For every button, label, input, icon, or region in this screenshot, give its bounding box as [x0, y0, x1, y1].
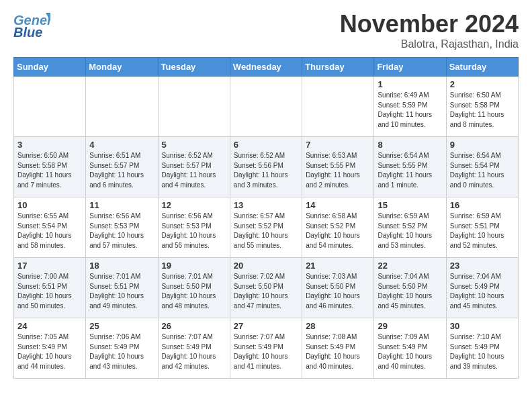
day-number: 14	[306, 200, 370, 210]
day-number: 18	[89, 261, 154, 271]
day-number: 27	[234, 321, 298, 331]
day-info: Sunrise: 6:50 AM Sunset: 5:58 PM Dayligh…	[450, 91, 515, 130]
day-cell: 3Sunrise: 6:50 AM Sunset: 5:58 PM Daylig…	[14, 137, 86, 197]
day-cell: 1Sunrise: 6:49 AM Sunset: 5:59 PM Daylig…	[374, 77, 446, 137]
location: Balotra, Rajasthan, India	[340, 38, 519, 50]
header-row: SundayMondayTuesdayWednesdayThursdayFrid…	[14, 58, 519, 77]
day-number: 20	[234, 261, 298, 271]
day-number: 1	[378, 79, 442, 89]
day-info: Sunrise: 6:59 AM Sunset: 5:52 PM Dayligh…	[378, 212, 442, 250]
day-cell: 25Sunrise: 7:06 AM Sunset: 5:49 PM Dayli…	[86, 318, 158, 379]
day-header-tuesday: Tuesday	[158, 58, 230, 77]
week-row-5: 24Sunrise: 7:05 AM Sunset: 5:49 PM Dayli…	[14, 318, 519, 379]
day-info: Sunrise: 6:59 AM Sunset: 5:51 PM Dayligh…	[450, 212, 515, 250]
day-info: Sunrise: 6:52 AM Sunset: 5:56 PM Dayligh…	[234, 151, 298, 190]
day-cell: 8Sunrise: 6:54 AM Sunset: 5:55 PM Daylig…	[374, 137, 446, 197]
day-info: Sunrise: 7:00 AM Sunset: 5:51 PM Dayligh…	[17, 272, 82, 311]
day-cell: 20Sunrise: 7:02 AM Sunset: 5:50 PM Dayli…	[230, 258, 302, 318]
logo-image: General Blue	[13, 10, 50, 43]
logo: General Blue	[13, 10, 50, 43]
day-cell: 13Sunrise: 6:57 AM Sunset: 5:52 PM Dayli…	[230, 197, 302, 258]
day-info: Sunrise: 7:07 AM Sunset: 5:49 PM Dayligh…	[234, 332, 298, 371]
day-cell: 27Sunrise: 7:07 AM Sunset: 5:49 PM Dayli…	[230, 318, 302, 379]
day-number: 6	[234, 140, 298, 150]
day-header-thursday: Thursday	[302, 58, 374, 77]
day-header-sunday: Sunday	[14, 58, 86, 77]
day-number: 4	[89, 140, 154, 150]
day-cell	[86, 77, 158, 137]
day-header-wednesday: Wednesday	[230, 58, 302, 77]
day-header-saturday: Saturday	[446, 58, 518, 77]
day-cell: 14Sunrise: 6:58 AM Sunset: 5:52 PM Dayli…	[302, 197, 374, 258]
header: General Blue November 2024 Balotra, Raja…	[13, 10, 519, 50]
day-number: 19	[162, 261, 226, 271]
day-number: 12	[162, 200, 226, 210]
day-number: 5	[162, 140, 226, 150]
week-row-2: 3Sunrise: 6:50 AM Sunset: 5:58 PM Daylig…	[14, 137, 519, 197]
day-info: Sunrise: 6:58 AM Sunset: 5:52 PM Dayligh…	[306, 212, 370, 250]
main-container: General Blue November 2024 Balotra, Raja…	[0, 0, 532, 389]
title-area: November 2024 Balotra, Rajasthan, India	[340, 10, 519, 50]
day-number: 26	[162, 321, 226, 331]
day-cell	[158, 77, 230, 137]
day-info: Sunrise: 6:49 AM Sunset: 5:59 PM Dayligh…	[378, 91, 442, 130]
day-info: Sunrise: 6:53 AM Sunset: 5:55 PM Dayligh…	[306, 151, 370, 190]
day-header-friday: Friday	[374, 58, 446, 77]
day-info: Sunrise: 6:57 AM Sunset: 5:52 PM Dayligh…	[234, 212, 298, 250]
day-cell: 19Sunrise: 7:01 AM Sunset: 5:50 PM Dayli…	[158, 258, 230, 318]
day-number: 2	[450, 79, 515, 89]
day-info: Sunrise: 7:04 AM Sunset: 5:49 PM Dayligh…	[450, 272, 515, 311]
day-cell: 23Sunrise: 7:04 AM Sunset: 5:49 PM Dayli…	[446, 258, 518, 318]
day-cell: 29Sunrise: 7:09 AM Sunset: 5:49 PM Dayli…	[374, 318, 446, 379]
day-info: Sunrise: 6:55 AM Sunset: 5:54 PM Dayligh…	[17, 212, 82, 250]
day-info: Sunrise: 6:54 AM Sunset: 5:54 PM Dayligh…	[450, 151, 515, 190]
day-cell: 2Sunrise: 6:50 AM Sunset: 5:58 PM Daylig…	[446, 77, 518, 137]
day-info: Sunrise: 6:52 AM Sunset: 5:57 PM Dayligh…	[162, 151, 226, 190]
day-number: 11	[89, 200, 154, 210]
day-cell: 28Sunrise: 7:08 AM Sunset: 5:49 PM Dayli…	[302, 318, 374, 379]
day-number: 8	[378, 140, 442, 150]
day-cell: 26Sunrise: 7:07 AM Sunset: 5:49 PM Dayli…	[158, 318, 230, 379]
day-cell: 10Sunrise: 6:55 AM Sunset: 5:54 PM Dayli…	[14, 197, 86, 258]
day-info: Sunrise: 7:08 AM Sunset: 5:49 PM Dayligh…	[306, 332, 370, 371]
day-number: 21	[306, 261, 370, 271]
day-cell: 4Sunrise: 6:51 AM Sunset: 5:57 PM Daylig…	[86, 137, 158, 197]
day-info: Sunrise: 7:06 AM Sunset: 5:49 PM Dayligh…	[89, 332, 154, 371]
day-cell: 17Sunrise: 7:00 AM Sunset: 5:51 PM Dayli…	[14, 258, 86, 318]
day-info: Sunrise: 7:03 AM Sunset: 5:50 PM Dayligh…	[306, 272, 370, 311]
day-info: Sunrise: 7:10 AM Sunset: 5:49 PM Dayligh…	[450, 332, 515, 371]
week-row-3: 10Sunrise: 6:55 AM Sunset: 5:54 PM Dayli…	[14, 197, 519, 258]
week-row-4: 17Sunrise: 7:00 AM Sunset: 5:51 PM Dayli…	[14, 258, 519, 318]
day-cell: 21Sunrise: 7:03 AM Sunset: 5:50 PM Dayli…	[302, 258, 374, 318]
day-cell: 7Sunrise: 6:53 AM Sunset: 5:55 PM Daylig…	[302, 137, 374, 197]
day-cell: 5Sunrise: 6:52 AM Sunset: 5:57 PM Daylig…	[158, 137, 230, 197]
day-cell	[14, 77, 86, 137]
day-number: 16	[450, 200, 515, 210]
day-info: Sunrise: 7:07 AM Sunset: 5:49 PM Dayligh…	[162, 332, 226, 371]
day-cell: 18Sunrise: 7:01 AM Sunset: 5:51 PM Dayli…	[86, 258, 158, 318]
day-cell: 6Sunrise: 6:52 AM Sunset: 5:56 PM Daylig…	[230, 137, 302, 197]
week-row-1: 1Sunrise: 6:49 AM Sunset: 5:59 PM Daylig…	[14, 77, 519, 137]
day-cell	[230, 77, 302, 137]
day-number: 22	[378, 261, 442, 271]
day-info: Sunrise: 7:04 AM Sunset: 5:50 PM Dayligh…	[378, 272, 442, 311]
day-number: 23	[450, 261, 515, 271]
day-number: 24	[17, 321, 82, 331]
day-cell: 9Sunrise: 6:54 AM Sunset: 5:54 PM Daylig…	[446, 137, 518, 197]
day-info: Sunrise: 7:01 AM Sunset: 5:51 PM Dayligh…	[89, 272, 154, 311]
day-number: 17	[17, 261, 82, 271]
day-number: 15	[378, 200, 442, 210]
day-info: Sunrise: 6:50 AM Sunset: 5:58 PM Dayligh…	[17, 151, 82, 190]
day-cell: 16Sunrise: 6:59 AM Sunset: 5:51 PM Dayli…	[446, 197, 518, 258]
day-info: Sunrise: 6:54 AM Sunset: 5:55 PM Dayligh…	[378, 151, 442, 190]
day-cell: 22Sunrise: 7:04 AM Sunset: 5:50 PM Dayli…	[374, 258, 446, 318]
day-number: 25	[89, 321, 154, 331]
svg-text:Blue: Blue	[13, 25, 42, 40]
day-cell: 24Sunrise: 7:05 AM Sunset: 5:49 PM Dayli…	[14, 318, 86, 379]
day-info: Sunrise: 7:05 AM Sunset: 5:49 PM Dayligh…	[17, 332, 82, 371]
day-number: 30	[450, 321, 515, 331]
day-cell: 15Sunrise: 6:59 AM Sunset: 5:52 PM Dayli…	[374, 197, 446, 258]
day-number: 9	[450, 140, 515, 150]
day-number: 7	[306, 140, 370, 150]
calendar-table: SundayMondayTuesdayWednesdayThursdayFrid…	[13, 57, 519, 379]
